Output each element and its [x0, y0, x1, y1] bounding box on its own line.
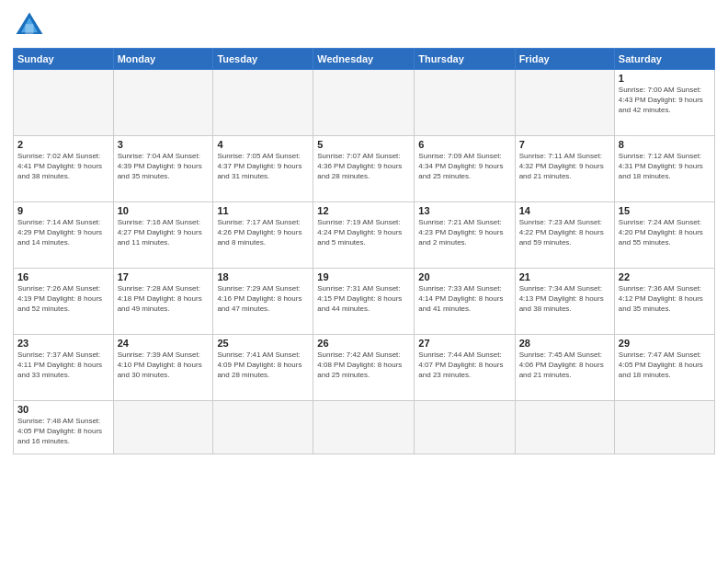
weekday-header: Saturday [614, 49, 714, 70]
day-info: Sunrise: 7:19 AM Sunset: 4:24 PM Dayligh… [317, 217, 410, 248]
day-number: 20 [418, 271, 510, 282]
day-number: 15 [619, 205, 711, 216]
day-number: 10 [118, 205, 210, 216]
calendar-cell: 8Sunrise: 7:12 AM Sunset: 4:31 PM Daylig… [614, 136, 714, 202]
day-info: Sunrise: 7:04 AM Sunset: 4:39 PM Dayligh… [118, 151, 210, 182]
day-number: 7 [519, 139, 610, 150]
calendar-week-row: 23Sunrise: 7:37 AM Sunset: 4:11 PM Dayli… [14, 335, 715, 401]
calendar-body: 1Sunrise: 7:00 AM Sunset: 4:43 PM Daylig… [14, 70, 715, 454]
calendar-cell [614, 401, 714, 454]
day-number: 9 [17, 205, 109, 216]
page: SundayMondayTuesdayWednesdayThursdayFrid… [0, 0, 728, 563]
calendar-cell [113, 70, 213, 136]
weekday-header: Thursday [415, 49, 515, 70]
calendar-week-row: 9Sunrise: 7:14 AM Sunset: 4:29 PM Daylig… [14, 202, 715, 269]
header [13, 9, 715, 42]
calendar-cell [313, 70, 415, 136]
calendar-cell: 29Sunrise: 7:47 AM Sunset: 4:05 PM Dayli… [614, 335, 714, 401]
day-number: 25 [217, 338, 309, 349]
day-info: Sunrise: 7:07 AM Sunset: 4:36 PM Dayligh… [317, 151, 410, 182]
calendar-cell: 23Sunrise: 7:37 AM Sunset: 4:11 PM Dayli… [14, 335, 114, 401]
calendar-week-row: 1Sunrise: 7:00 AM Sunset: 4:43 PM Daylig… [14, 70, 715, 136]
svg-rect-2 [26, 24, 34, 34]
day-number: 19 [317, 271, 410, 282]
day-number: 11 [217, 205, 309, 216]
weekday-header: Friday [515, 49, 614, 70]
day-info: Sunrise: 7:44 AM Sunset: 4:07 PM Dayligh… [418, 350, 510, 381]
day-number: 28 [519, 338, 610, 349]
day-info: Sunrise: 7:09 AM Sunset: 4:34 PM Dayligh… [418, 151, 510, 182]
day-number: 26 [317, 338, 410, 349]
calendar-cell: 24Sunrise: 7:39 AM Sunset: 4:10 PM Dayli… [113, 335, 213, 401]
calendar-cell [213, 401, 313, 454]
day-number: 18 [217, 271, 309, 282]
weekday-header: Monday [113, 49, 213, 70]
day-number: 22 [619, 271, 711, 282]
day-number: 27 [418, 338, 510, 349]
calendar-header: SundayMondayTuesdayWednesdayThursdayFrid… [14, 49, 715, 70]
day-info: Sunrise: 7:47 AM Sunset: 4:05 PM Dayligh… [619, 350, 711, 381]
day-info: Sunrise: 7:17 AM Sunset: 4:26 PM Dayligh… [217, 217, 309, 248]
calendar-cell: 27Sunrise: 7:44 AM Sunset: 4:07 PM Dayli… [415, 335, 515, 401]
day-info: Sunrise: 7:16 AM Sunset: 4:27 PM Dayligh… [118, 217, 210, 248]
calendar-cell: 20Sunrise: 7:33 AM Sunset: 4:14 PM Dayli… [415, 269, 515, 335]
day-number: 3 [118, 139, 210, 150]
day-info: Sunrise: 7:05 AM Sunset: 4:37 PM Dayligh… [217, 151, 309, 182]
day-number: 13 [418, 205, 510, 216]
day-number: 16 [17, 271, 109, 282]
calendar-cell: 12Sunrise: 7:19 AM Sunset: 4:24 PM Dayli… [313, 202, 415, 269]
day-number: 4 [217, 139, 309, 150]
calendar-cell [415, 401, 515, 454]
day-info: Sunrise: 7:21 AM Sunset: 4:23 PM Dayligh… [418, 217, 510, 248]
calendar-cell: 22Sunrise: 7:36 AM Sunset: 4:12 PM Dayli… [614, 269, 714, 335]
calendar-cell: 15Sunrise: 7:24 AM Sunset: 4:20 PM Dayli… [614, 202, 714, 269]
day-info: Sunrise: 7:26 AM Sunset: 4:19 PM Dayligh… [17, 283, 109, 315]
day-info: Sunrise: 7:37 AM Sunset: 4:11 PM Dayligh… [17, 350, 109, 381]
day-number: 8 [619, 139, 711, 150]
day-info: Sunrise: 7:11 AM Sunset: 4:32 PM Dayligh… [519, 151, 610, 182]
day-info: Sunrise: 7:28 AM Sunset: 4:18 PM Dayligh… [118, 283, 210, 315]
calendar-cell: 25Sunrise: 7:41 AM Sunset: 4:09 PM Dayli… [213, 335, 313, 401]
calendar-cell: 28Sunrise: 7:45 AM Sunset: 4:06 PM Dayli… [515, 335, 614, 401]
day-info: Sunrise: 7:45 AM Sunset: 4:06 PM Dayligh… [519, 350, 610, 381]
day-number: 30 [17, 404, 109, 415]
day-number: 29 [619, 338, 711, 349]
calendar-cell: 1Sunrise: 7:00 AM Sunset: 4:43 PM Daylig… [614, 70, 714, 136]
day-number: 14 [519, 205, 610, 216]
day-info: Sunrise: 7:39 AM Sunset: 4:10 PM Dayligh… [118, 350, 210, 381]
day-info: Sunrise: 7:42 AM Sunset: 4:08 PM Dayligh… [317, 350, 410, 381]
calendar-cell: 30Sunrise: 7:48 AM Sunset: 4:05 PM Dayli… [14, 401, 114, 454]
calendar-week-row: 2Sunrise: 7:02 AM Sunset: 4:41 PM Daylig… [14, 136, 715, 202]
day-number: 21 [519, 271, 610, 282]
day-number: 2 [17, 139, 109, 150]
day-number: 1 [619, 73, 711, 84]
calendar-cell [213, 70, 313, 136]
calendar-cell: 11Sunrise: 7:17 AM Sunset: 4:26 PM Dayli… [213, 202, 313, 269]
day-info: Sunrise: 7:31 AM Sunset: 4:15 PM Dayligh… [317, 283, 410, 315]
day-number: 12 [317, 205, 410, 216]
day-number: 23 [17, 338, 109, 349]
calendar-cell: 18Sunrise: 7:29 AM Sunset: 4:16 PM Dayli… [213, 269, 313, 335]
day-info: Sunrise: 7:12 AM Sunset: 4:31 PM Dayligh… [619, 151, 711, 182]
day-info: Sunrise: 7:36 AM Sunset: 4:12 PM Dayligh… [619, 283, 711, 315]
calendar: SundayMondayTuesdayWednesdayThursdayFrid… [13, 48, 715, 454]
calendar-cell [515, 70, 614, 136]
calendar-cell [515, 401, 614, 454]
calendar-cell: 14Sunrise: 7:23 AM Sunset: 4:22 PM Dayli… [515, 202, 614, 269]
calendar-cell: 10Sunrise: 7:16 AM Sunset: 4:27 PM Dayli… [113, 202, 213, 269]
weekday-header: Sunday [14, 49, 114, 70]
day-info: Sunrise: 7:29 AM Sunset: 4:16 PM Dayligh… [217, 283, 309, 315]
day-info: Sunrise: 7:24 AM Sunset: 4:20 PM Dayligh… [619, 217, 711, 248]
calendar-week-row: 16Sunrise: 7:26 AM Sunset: 4:19 PM Dayli… [14, 269, 715, 335]
day-info: Sunrise: 7:34 AM Sunset: 4:13 PM Dayligh… [519, 283, 610, 315]
day-info: Sunrise: 7:48 AM Sunset: 4:05 PM Dayligh… [17, 416, 109, 447]
calendar-cell: 9Sunrise: 7:14 AM Sunset: 4:29 PM Daylig… [14, 202, 114, 269]
calendar-cell: 6Sunrise: 7:09 AM Sunset: 4:34 PM Daylig… [415, 136, 515, 202]
weekday-row: SundayMondayTuesdayWednesdayThursdayFrid… [14, 49, 715, 70]
day-number: 5 [317, 139, 410, 150]
calendar-cell: 7Sunrise: 7:11 AM Sunset: 4:32 PM Daylig… [515, 136, 614, 202]
calendar-cell: 5Sunrise: 7:07 AM Sunset: 4:36 PM Daylig… [313, 136, 415, 202]
calendar-cell [14, 70, 114, 136]
day-info: Sunrise: 7:00 AM Sunset: 4:43 PM Dayligh… [619, 85, 711, 116]
day-info: Sunrise: 7:41 AM Sunset: 4:09 PM Dayligh… [217, 350, 309, 381]
